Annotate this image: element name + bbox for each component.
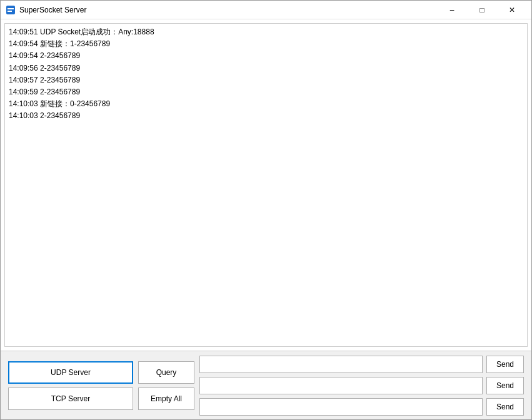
log-line: 14:10:03 2-23456789 [9,110,523,122]
log-area: 14:09:51 UDP Socket启动成功：Any:1888814:09:5… [4,23,528,347]
window-controls: – □ ✕ [438,1,526,19]
send-input-3[interactable] [199,398,483,416]
window-title: SuperSocket Server [19,6,438,14]
close-button[interactable]: ✕ [498,1,526,19]
log-line: 14:09:56 2-23456789 [9,62,523,74]
send-button-3[interactable]: Send [486,398,524,416]
log-line: 14:09:54 新链接：1-23456789 [9,38,523,50]
send-row-3: Send [199,398,524,416]
tcp-server-button[interactable]: TCP Server [8,388,133,410]
send-section: Send Send Send [199,356,524,416]
svg-rect-1 [8,8,14,9]
log-line: 14:09:59 2-23456789 [9,86,523,98]
main-window: SuperSocket Server – □ ✕ 14:09:51 UDP So… [0,0,532,420]
query-button[interactable]: Query [138,361,194,384]
send-row-2: Send [199,377,524,394]
send-button-1[interactable]: Send [486,356,524,373]
server-buttons: UDP Server TCP Server [8,361,133,410]
minimize-button[interactable]: – [438,1,466,19]
send-button-2[interactable]: Send [486,377,524,394]
log-line: 14:09:54 2-23456789 [9,50,523,62]
log-line: 14:09:51 UDP Socket启动成功：Any:18888 [9,26,523,38]
log-line: 14:10:03 新链接：0-23456789 [9,98,523,110]
bottom-bar: UDP Server TCP Server Query Empty All Se… [1,351,531,419]
log-line: 14:09:57 2-23456789 [9,74,523,86]
svg-rect-0 [6,6,15,14]
app-icon [6,5,16,15]
maximize-button[interactable]: □ [468,1,496,19]
send-input-2[interactable] [199,377,483,394]
send-row-1: Send [199,356,524,373]
action-buttons: Query Empty All [138,361,194,410]
udp-server-button[interactable]: UDP Server [8,361,133,384]
empty-all-button[interactable]: Empty All [138,388,194,410]
send-input-1[interactable] [199,356,483,373]
svg-rect-2 [8,11,12,12]
title-bar: SuperSocket Server – □ ✕ [1,1,531,19]
